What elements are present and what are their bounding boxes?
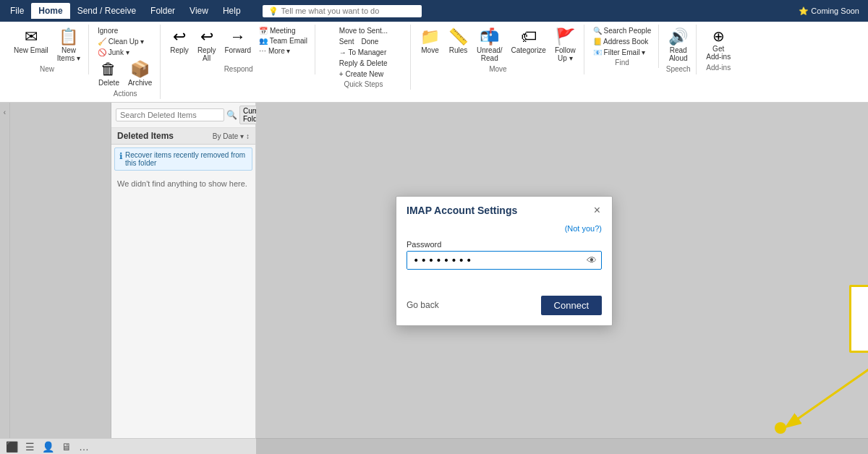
status-icon-monitor[interactable]: 🖥 — [61, 441, 72, 453]
tab-send-receive[interactable]: Send / Receive — [70, 3, 143, 19]
status-icon-more[interactable]: … — [79, 441, 89, 453]
search-bar: 🔍 Current Folder — [111, 103, 255, 128]
tab-home[interactable]: Home — [31, 3, 69, 19]
rules-label: Rules — [449, 46, 468, 54]
dialog-body: (Not you?) Password 👁 — [396, 221, 612, 290]
archive-button[interactable]: 📦 Archive — [124, 59, 156, 88]
ribbon-group-speech: 🔊 ReadAloud Speech — [660, 25, 697, 74]
speech-group-label: Speech — [666, 64, 691, 73]
meeting-button[interactable]: 📅 Meeting — [256, 26, 310, 35]
move-icon: 📁 — [420, 27, 440, 46]
sidebar — [10, 103, 111, 454]
new-email-button[interactable]: ✉ New Email — [10, 26, 52, 56]
tab-file[interactable]: File — [3, 3, 31, 19]
get-add-ins-label: GetAdd-ins — [706, 45, 731, 61]
move-button[interactable]: 📁 Move — [417, 26, 443, 56]
imap-dialog: IMAP Account Settings × (Not you?) Passw… — [396, 196, 613, 326]
delete-icon: 🗑 — [101, 60, 116, 79]
go-back-button[interactable]: Go back — [407, 300, 439, 310]
coming-soon-label: ⭐ Coming Soon — [799, 7, 865, 16]
dialog-title: IMAP Account Settings — [407, 205, 517, 216]
reply-button[interactable]: ↩ Reply — [166, 26, 192, 56]
move-group-label: Move — [489, 64, 506, 73]
dialog-titlebar: IMAP Account Settings × — [396, 197, 612, 221]
filter-email-button[interactable]: 📧 Filter Email ▾ — [590, 48, 654, 57]
categorize-button[interactable]: 🏷 Categorize — [508, 26, 550, 56]
find-group-label: Find — [615, 57, 629, 67]
folder-title: Deleted Items — [117, 131, 174, 141]
show-password-icon[interactable]: 👁 — [582, 252, 601, 269]
archive-label: Archive — [128, 79, 152, 87]
quick-steps-label: Quick Steps — [344, 79, 383, 88]
tell-me-bar[interactable]: 💡 — [263, 5, 422, 17]
read-aloud-button[interactable]: 🔊 ReadAloud — [665, 26, 692, 64]
tab-folder[interactable]: Folder — [143, 3, 182, 19]
team-email-button[interactable]: 👥 Team Email — [256, 36, 310, 46]
done-button[interactable]: Done — [358, 37, 381, 46]
rules-button[interactable]: 📏 Rules — [445, 26, 472, 56]
unread-icon: 📬 — [480, 27, 499, 46]
unread-button[interactable]: 📬 Unread/Read — [473, 26, 506, 64]
categorize-label: Categorize — [511, 46, 546, 54]
ribbon-tab-bar: File Home Send / Receive Folder View Hel… — [0, 0, 868, 22]
unread-label: Unread/Read — [477, 46, 503, 62]
main-area: ‹ 🔍 Current Folder Deleted Items By Date… — [0, 103, 868, 454]
ribbon-group-move: 📁 Move 📏 Rules 📬 Unread/Read 🏷 Categoriz… — [412, 25, 584, 74]
respond-group-label: Respond — [224, 64, 253, 73]
move-to-sent-button[interactable]: Move to Sent... — [336, 26, 391, 35]
ribbon-group-actions: Ignore 🧹 Clean Up ▾ 🚫 Junk ▾ 🗑 Delete 📦 … — [90, 25, 161, 99]
tab-help[interactable]: Help — [216, 3, 248, 19]
rules-icon: 📏 — [448, 27, 468, 46]
recover-items-link[interactable]: ℹ Recover items recently removed from th… — [114, 147, 252, 171]
reply-label: Reply — [170, 46, 189, 54]
ribbon-content: ✉ New Email 📋 NewItems ▾ New Ignore 🧹 Cl… — [0, 22, 868, 103]
password-label: Password — [407, 240, 602, 249]
status-icon-people[interactable]: 👤 — [42, 441, 54, 453]
password-input[interactable] — [407, 252, 582, 269]
dialog-close-button[interactable]: × — [592, 204, 602, 217]
create-new-button[interactable]: + Create New — [336, 69, 391, 79]
new-items-label: NewItems ▾ — [57, 46, 80, 62]
tab-view[interactable]: View — [182, 3, 216, 19]
follow-up-button[interactable]: 🚩 FollowUp ▾ — [551, 26, 579, 64]
sent-button[interactable]: Sent — [336, 37, 357, 46]
search-people-button[interactable]: 🔍 Search People — [590, 26, 654, 35]
folder-sort-button[interactable]: By Date ▾ ↕ — [213, 132, 250, 140]
reply-all-button[interactable]: ↩ ReplyAll — [194, 26, 220, 64]
forward-icon: → — [230, 27, 246, 46]
follow-up-label: FollowUp ▾ — [555, 46, 576, 62]
new-items-button[interactable]: 📋 NewItems ▾ — [54, 26, 84, 64]
dialog-footer: Go back Connect — [396, 290, 612, 325]
not-you-link[interactable]: (Not you?) — [407, 224, 602, 233]
search-icon[interactable]: 🔍 — [226, 110, 237, 120]
connect-button[interactable]: Connect — [541, 296, 602, 315]
get-add-ins-button[interactable]: ⊕ GetAdd-ins — [702, 26, 734, 62]
more-button[interactable]: ⋯ More ▾ — [256, 46, 310, 56]
ribbon-group-quick-steps: Move to Sent... Sent Done → To Manager R… — [317, 25, 411, 90]
reply-all-label: ReplyAll — [197, 46, 216, 62]
address-book-button[interactable]: 📒 Address Book — [590, 37, 654, 46]
search-input[interactable] — [116, 108, 224, 121]
actions-group-label: Actions — [114, 88, 137, 98]
reply-delete-button[interactable]: Reply & Delete — [336, 59, 391, 68]
new-items-icon: 📋 — [59, 27, 78, 46]
archive-icon: 📦 — [130, 60, 150, 79]
to-manager-button[interactable]: → To Manager — [336, 48, 391, 57]
junk-button[interactable]: 🚫 Junk ▾ — [95, 48, 132, 57]
read-aloud-icon: 🔊 — [668, 27, 688, 46]
ribbon: File Home Send / Receive Folder View Hel… — [0, 0, 868, 103]
clean-up-button[interactable]: 🧹 Clean Up ▾ — [95, 37, 147, 46]
new-email-icon: ✉ — [25, 27, 38, 46]
get-add-ins-icon: ⊕ — [712, 27, 725, 45]
callout-box: Connect — [849, 285, 868, 353]
status-icon-list[interactable]: ☰ — [25, 441, 35, 453]
delete-button[interactable]: 🗑 Delete — [95, 59, 123, 88]
tell-me-input[interactable] — [281, 7, 416, 15]
sidebar-toggle[interactable]: ‹ — [0, 103, 10, 454]
forward-button[interactable]: → Forward — [221, 26, 255, 56]
sort-label: By Date — [213, 132, 239, 140]
follow-up-icon: 🚩 — [556, 27, 575, 46]
new-group-label: New — [40, 64, 54, 73]
status-icon-grid[interactable]: ⬛ — [6, 441, 18, 453]
ignore-button[interactable]: Ignore — [95, 26, 121, 35]
